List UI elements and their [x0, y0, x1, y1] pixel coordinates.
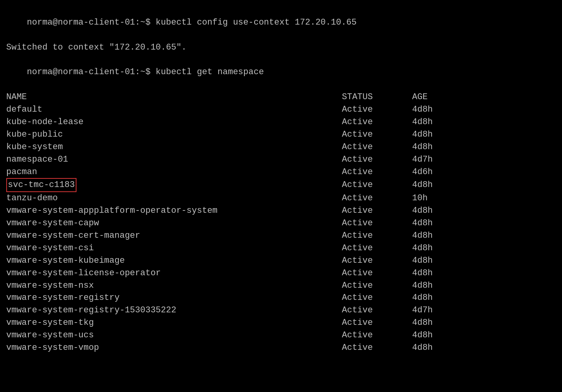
namespace-name: pacman — [6, 166, 342, 178]
namespace-name: vmware-system-csi — [6, 242, 342, 255]
namespace-age: 4d8h — [412, 141, 433, 153]
prompt-1: norma@norma-client-01:~$ — [27, 18, 151, 27]
header-age: AGE — [412, 91, 428, 103]
namespace-age: 4d6h — [412, 166, 433, 178]
header-status: STATUS — [342, 91, 412, 103]
table-row: vmware-system-kubeimageActive4d8h — [6, 255, 556, 267]
namespace-name: vmware-system-cert-manager — [6, 230, 342, 242]
namespace-name: kube-node-lease — [6, 116, 342, 128]
namespace-name: svc-tmc-c1183 — [6, 178, 342, 192]
namespace-age: 4d8h — [412, 116, 433, 128]
namespace-status: Active — [342, 116, 412, 128]
table-header: NAME STATUS AGE — [6, 91, 556, 103]
namespace-age: 4d8h — [412, 179, 433, 191]
namespace-status: Active — [342, 280, 412, 292]
namespace-name: vmware-system-registry-1530335222 — [6, 304, 342, 317]
command-line-2: norma@norma-client-01:~$ kubectl get nam… — [6, 54, 556, 91]
namespace-name: vmware-system-license-operator — [6, 267, 342, 280]
namespace-status: Active — [342, 103, 412, 116]
namespace-name: vmware-system-appplatform-operator-syste… — [6, 205, 342, 217]
namespace-status: Active — [342, 230, 412, 242]
namespace-age: 4d8h — [412, 217, 433, 230]
namespace-name: vmware-system-registry — [6, 292, 342, 304]
namespace-age: 4d7h — [412, 304, 433, 317]
namespace-age: 4d8h — [412, 128, 433, 141]
namespace-status: Active — [342, 153, 412, 166]
table-row: vmware-system-vmopActive4d8h — [6, 342, 556, 354]
terminal-container: norma@norma-client-01:~$ kubectl config … — [6, 4, 556, 354]
table-row: svc-tmc-c1183Active4d8h — [6, 178, 556, 192]
output-line-1: Switched to context "172.20.10.65". — [6, 41, 556, 54]
namespace-age: 4d8h — [412, 329, 433, 342]
namespace-status: Active — [342, 217, 412, 230]
namespace-age: 4d8h — [412, 242, 433, 255]
command-text-1: kubectl config use-context 172.20.10.65 — [151, 18, 357, 27]
table-row: vmware-system-capwActive4d8h — [6, 217, 556, 230]
header-name: NAME — [6, 91, 342, 103]
namespace-name: vmware-system-kubeimage — [6, 255, 342, 267]
namespace-name: default — [6, 103, 342, 116]
namespace-status: Active — [342, 166, 412, 178]
prompt-2: norma@norma-client-01:~$ — [27, 67, 151, 77]
namespace-name: namespace-01 — [6, 153, 342, 166]
table-row: kube-systemActive4d8h — [6, 141, 556, 153]
namespace-age: 4d8h — [412, 230, 433, 242]
table-row: kube-node-leaseActive4d8h — [6, 116, 556, 128]
namespace-name: kube-system — [6, 141, 342, 153]
namespace-name: tanzu-demo — [6, 192, 342, 205]
table-row: vmware-system-appplatform-operator-syste… — [6, 205, 556, 217]
table-body: defaultActive4d8hkube-node-leaseActive4d… — [6, 103, 556, 354]
namespace-name: vmware-system-ucs — [6, 329, 342, 342]
namespace-status: Active — [342, 342, 412, 354]
namespace-status: Active — [342, 179, 412, 191]
namespace-status: Active — [342, 242, 412, 255]
table-row: vmware-system-cert-managerActive4d8h — [6, 230, 556, 242]
namespace-age: 4d8h — [412, 205, 433, 217]
namespace-status: Active — [342, 128, 412, 141]
table-row: vmware-system-nsxActive4d8h — [6, 280, 556, 292]
table-row: vmware-system-csiActive4d8h — [6, 242, 556, 255]
namespace-name: vmware-system-capw — [6, 217, 342, 230]
namespace-status: Active — [342, 141, 412, 153]
namespace-age: 4d8h — [412, 255, 433, 267]
namespace-age: 4d7h — [412, 153, 433, 166]
table-row: tanzu-demoActive10h — [6, 192, 556, 205]
table-row: namespace-01Active4d7h — [6, 153, 556, 166]
table-row: vmware-system-tkgActive4d8h — [6, 317, 556, 329]
namespace-status: Active — [342, 255, 412, 267]
table-row: pacmanActive4d6h — [6, 166, 556, 178]
namespace-name: vmware-system-vmop — [6, 342, 342, 354]
namespace-age: 10h — [412, 192, 428, 205]
namespace-age: 4d8h — [412, 267, 433, 280]
table-row: vmware-system-registryActive4d8h — [6, 292, 556, 304]
namespace-status: Active — [342, 304, 412, 317]
namespace-age: 4d8h — [412, 280, 433, 292]
namespace-status: Active — [342, 267, 412, 280]
namespace-status: Active — [342, 292, 412, 304]
namespace-status: Active — [342, 329, 412, 342]
namespace-age: 4d8h — [412, 292, 433, 304]
table-row: vmware-system-ucsActive4d8h — [6, 329, 556, 342]
namespace-name: vmware-system-tkg — [6, 317, 342, 329]
namespace-status: Active — [342, 192, 412, 205]
table-row: vmware-system-license-operatorActive4d8h — [6, 267, 556, 280]
table-row: vmware-system-registry-1530335222Active4… — [6, 304, 556, 317]
table-row: defaultActive4d8h — [6, 103, 556, 116]
table-row: kube-publicActive4d8h — [6, 128, 556, 141]
namespace-status: Active — [342, 317, 412, 329]
namespace-name: vmware-system-nsx — [6, 280, 342, 292]
namespace-name: kube-public — [6, 128, 342, 141]
namespace-status: Active — [342, 205, 412, 217]
command-line-1: norma@norma-client-01:~$ kubectl config … — [6, 4, 556, 41]
highlighted-namespace: svc-tmc-c1183 — [6, 178, 76, 192]
namespace-age: 4d8h — [412, 342, 433, 354]
namespace-age: 4d8h — [412, 317, 433, 329]
command-text-2: kubectl get namespace — [151, 67, 264, 77]
namespace-age: 4d8h — [412, 103, 433, 116]
